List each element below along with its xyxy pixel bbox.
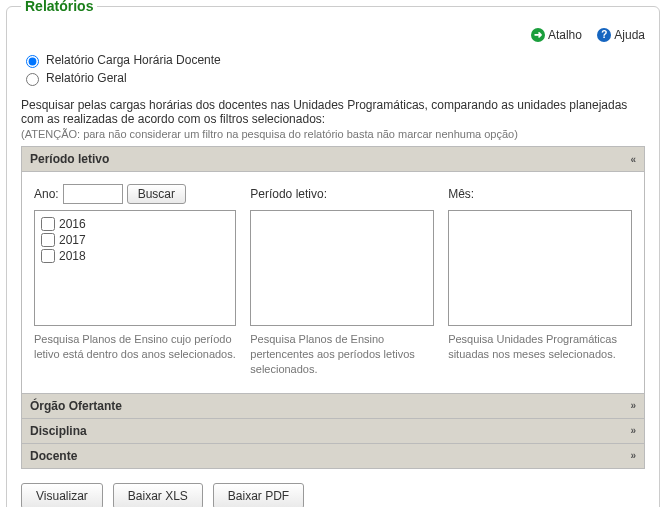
radio-geral[interactable] — [26, 73, 39, 86]
col-periodo: Período letivo: Pesquisa Planos de Ensin… — [250, 184, 434, 377]
year-label: 2018 — [59, 249, 86, 263]
buscar-button[interactable]: Buscar — [127, 184, 186, 204]
year-checkbox-2017[interactable] — [41, 233, 55, 247]
help-icon: ? — [597, 28, 611, 42]
ano-label: Ano: — [34, 187, 59, 201]
section-orgao-header[interactable]: Órgão Ofertante » — [22, 394, 644, 419]
baixar-xls-button[interactable]: Baixar XLS — [113, 483, 203, 507]
list-item[interactable]: 2016 — [41, 217, 229, 231]
section-orgao-title: Órgão Ofertante — [30, 399, 122, 413]
hint-mes: Pesquisa Unidades Programáticas situadas… — [448, 332, 632, 362]
hint-ano: Pesquisa Planos de Ensino cujo período l… — [34, 332, 236, 362]
section-docente-header[interactable]: Docente » — [22, 444, 644, 468]
col-ano: Ano: Buscar 2016 2017 — [34, 184, 236, 377]
radio-geral-label: Relatório Geral — [46, 71, 127, 85]
description-text: Pesquisar pelas cargas horárias dos doce… — [21, 98, 645, 126]
year-label: 2017 — [59, 233, 86, 247]
periodo-label: Período letivo: — [250, 184, 434, 204]
list-item[interactable]: 2018 — [41, 249, 229, 263]
radio-carga-label: Relatório Carga Horária Docente — [46, 53, 221, 67]
ajuda-link[interactable]: ? Ajuda — [597, 28, 645, 42]
periodo-listbox[interactable] — [250, 210, 434, 326]
visualizar-button[interactable]: Visualizar — [21, 483, 103, 507]
ano-listbox[interactable]: 2016 2017 2018 — [34, 210, 236, 326]
section-disciplina-header[interactable]: Disciplina » — [22, 419, 644, 444]
report-type-radios: Relatório Carga Horária Docente Relatóri… — [21, 52, 645, 86]
top-links: ➜ Atalho ? Ajuda — [21, 27, 645, 42]
year-label: 2016 — [59, 217, 86, 231]
section-disciplina-title: Disciplina — [30, 424, 87, 438]
col-mes: Mês: Pesquisa Unidades Programáticas sit… — [448, 184, 632, 377]
expand-icon: » — [630, 450, 636, 461]
collapse-icon: « — [630, 154, 636, 165]
filters-accordion: Período letivo « Ano: Buscar 2016 — [21, 146, 645, 469]
baixar-pdf-button[interactable]: Baixar PDF — [213, 483, 304, 507]
hint-periodo: Pesquisa Planos de Ensino pertencentes a… — [250, 332, 434, 377]
expand-icon: » — [630, 425, 636, 436]
atalho-label: Atalho — [548, 28, 582, 42]
report-panel: Relatórios ➜ Atalho ? Ajuda Relatório Ca… — [6, 6, 660, 507]
year-checkbox-2018[interactable] — [41, 249, 55, 263]
mes-label: Mês: — [448, 184, 632, 204]
attention-note: (ATENÇÃO: para não considerar um filtro … — [21, 128, 645, 140]
section-docente-title: Docente — [30, 449, 77, 463]
expand-icon: » — [630, 400, 636, 411]
ajuda-label: Ajuda — [614, 28, 645, 42]
footer-buttons: Visualizar Baixar XLS Baixar PDF — [21, 483, 645, 507]
section-periodo-title: Período letivo — [30, 152, 109, 166]
ano-input[interactable] — [63, 184, 123, 204]
shortcut-icon: ➜ — [531, 28, 545, 42]
year-checkbox-2016[interactable] — [41, 217, 55, 231]
atalho-link[interactable]: ➜ Atalho — [531, 28, 582, 42]
list-item[interactable]: 2017 — [41, 233, 229, 247]
mes-listbox[interactable] — [448, 210, 632, 326]
section-periodo-body: Ano: Buscar 2016 2017 — [22, 172, 644, 394]
panel-title: Relatórios — [21, 0, 97, 14]
section-periodo-header[interactable]: Período letivo « — [22, 147, 644, 172]
radio-carga-horaria[interactable] — [26, 55, 39, 68]
